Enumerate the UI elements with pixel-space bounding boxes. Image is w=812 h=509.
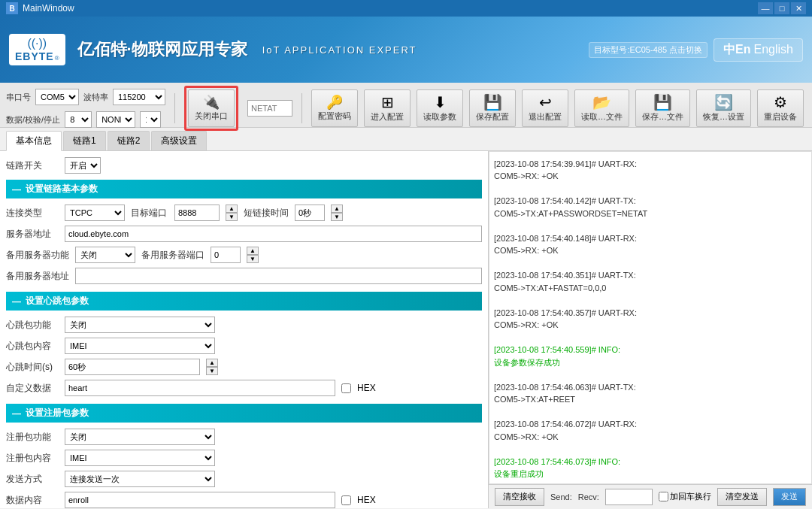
target-model-display[interactable]: 目标型号:EC05-485 点击切换 [589,42,707,58]
section-register: 设置注册包参数 注册包功能 关闭 注册包内容 IMEI 发送方式 连接发送一次 [6,404,482,508]
hb-custom-input[interactable] [65,380,335,396]
reg-func-select[interactable]: 关闭 [65,429,215,445]
restore-icon: 🔄 [714,95,733,110]
lang-icon: 中En [723,42,750,58]
log-line: 设备参数保存成功 [494,356,807,369]
target-port-spinner: ▲ ▼ [226,205,238,221]
reg-data-input[interactable] [65,492,335,508]
chain-switch-select[interactable]: 开启 关闭 [65,157,101,174]
reg-send-select[interactable]: 连接发送一次 [65,471,215,487]
log-line: COM5->RX: +OK [494,170,807,183]
tab-link1[interactable]: 链路1 [63,131,106,150]
restore-label: 恢复…设置 [703,111,744,123]
short-spinner-up[interactable]: ▲ [331,205,343,213]
maximize-button[interactable]: □ [774,2,789,14]
stop-bits-select[interactable]: 1 [140,111,161,128]
tab-basic-info[interactable]: 基本信息 [6,131,62,151]
log-line: COM5->RX: +OK [494,431,807,444]
data-bits-select[interactable]: 8 [65,111,92,128]
reg-send-row: 发送方式 连接发送一次 [6,471,482,487]
server-addr-input[interactable] [65,226,482,242]
hb-spinner-down[interactable]: ▼ [206,367,218,375]
reg-hex-label: HEX [357,495,376,505]
spinner-up[interactable]: ▲ [226,205,238,213]
chain-switch-label: 链路开关 [6,159,59,172]
config-pwd-label: 配置密码 [318,111,351,122]
read-params-icon: ⬇ [434,95,447,110]
section-basic-link-header: 设置链路基本参数 [6,180,482,198]
target-port-input[interactable] [174,205,220,221]
save-file-button[interactable]: 💾 保存…文件 [635,89,690,127]
lang-label: English [754,43,793,56]
toolbar-divider2 [301,93,302,123]
hb-spinner-up[interactable]: ▲ [206,359,218,367]
hb-time-input[interactable] [65,359,200,375]
log-line: [2023-10-08 17:54:46.072]# UART-RX: [494,418,807,431]
backup-func-select[interactable]: 关闭 [75,247,135,263]
clear-send-button[interactable]: 清空发送 [717,488,767,506]
reg-hex-checkbox[interactable] [341,495,351,505]
enter-config-button[interactable]: ⊞ 进入配置 [364,89,411,127]
save-config-button[interactable]: 💾 保存配置 [469,89,516,127]
save-config-label: 保存配置 [476,111,509,123]
loop-checkbox-wrap: 加回车换行 [659,491,711,502]
registered-icon: ® [55,55,59,62]
backup-spinner-up[interactable]: ▲ [247,247,259,255]
company-title: 亿佰特·物联网应用专家 [77,38,247,61]
netstat-input[interactable] [247,100,292,117]
section-basic-link: 设置链路基本参数 连接类型 TCPC 目标端口 ▲ ▼ 短链接时间 ▲ ▼ [6,180,482,284]
read-params-label: 读取参数 [423,111,456,123]
loop-checkbox[interactable] [659,492,668,501]
tab-advanced[interactable]: 高级设置 [151,131,207,150]
title-bar: B MainWindow — □ ✕ [0,0,812,17]
header: ((·)) EBYTE ® 亿佰特·物联网应用专家 IoT APPLICATIO… [0,17,812,83]
parity-select[interactable]: NONE [96,111,135,128]
hb-func-select[interactable]: 关闭 [65,317,215,333]
hb-custom-row: 自定义数据 HEX [6,380,482,396]
hb-content-select[interactable]: IMEI [65,338,215,354]
exit-config-button[interactable]: ↩ 退出配置 [522,89,568,127]
tabs-bar: 基本信息 链路1 链路2 高级设置 [0,128,812,151]
reg-func-label: 注册包功能 [6,431,59,444]
conn-type-select[interactable]: TCPC [65,205,125,221]
log-line: COM5->TX:AT+FASTAT=0,0,0 [494,282,807,295]
wifi-icon: ((·)) [27,37,47,50]
clear-recv-button[interactable]: 清空接收 [495,488,544,506]
short-conn-input[interactable] [295,205,325,221]
tab-link2[interactable]: 链路2 [108,131,150,150]
short-spinner-down[interactable]: ▼ [331,213,343,221]
hb-func-row: 心跳包功能 关闭 [6,317,482,333]
spinner-down[interactable]: ▼ [226,213,238,221]
restart-button[interactable]: ⚙ 重启设备 [757,89,804,127]
log-line [494,332,807,344]
reg-content-select[interactable]: IMEI [65,450,215,466]
restore-button[interactable]: 🔄 恢复…设置 [696,89,751,127]
backup-spinner-down[interactable]: ▼ [247,255,259,263]
backup-port-input[interactable] [211,247,241,263]
port-select[interactable]: COM5 [35,89,79,105]
baud-select[interactable]: 115200 [113,89,165,105]
recv-input[interactable] [605,489,653,505]
read-params-button[interactable]: ⬇ 读取参数 [417,89,463,127]
bottom-bar: 清空接收 Send: Recv: 加回车换行 清空发送 发送 [489,484,812,508]
header-right: 目标型号:EC05-485 点击切换 中En English [589,38,803,62]
send-button[interactable]: 发送 [773,488,806,506]
close-port-button[interactable]: 🔌 关闭串口 [188,89,235,127]
section-register-header: 设置注册包参数 [6,404,482,423]
config-pwd-button[interactable]: 🔑 配置密码 [311,89,358,127]
backup-port-spinner: ▲ ▼ [247,247,259,263]
minimize-button[interactable]: — [758,2,773,14]
hb-hex-checkbox[interactable] [341,383,351,393]
section-register-title: 设置注册包参数 [26,407,89,420]
close-window-button[interactable]: ✕ [791,2,806,14]
log-line [494,406,807,419]
read-file-button[interactable]: 📂 读取…文件 [574,89,629,127]
backup-port-label: 备用服务器端口 [141,249,205,262]
language-selector[interactable]: 中En English [714,38,803,62]
conn-type-label: 连接类型 [6,207,59,220]
backup-addr-input[interactable] [75,268,482,284]
section-heartbeat: 设置心跳包参数 心跳包功能 关闭 心跳包内容 IMEI 心跳时间(s) ▲ [6,292,482,396]
reg-data-row: 数据内容 HEX [6,492,482,508]
conn-type-row: 连接类型 TCPC 目标端口 ▲ ▼ 短链接时间 ▲ ▼ [6,205,482,221]
log-line: COM5->RX: +OK [494,244,807,257]
